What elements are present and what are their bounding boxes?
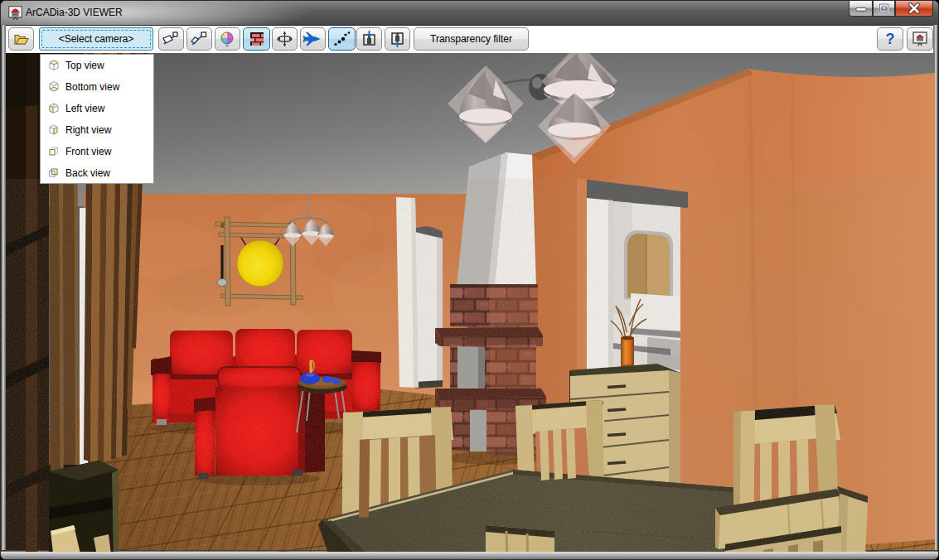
svg-text:?: ?	[886, 31, 895, 47]
